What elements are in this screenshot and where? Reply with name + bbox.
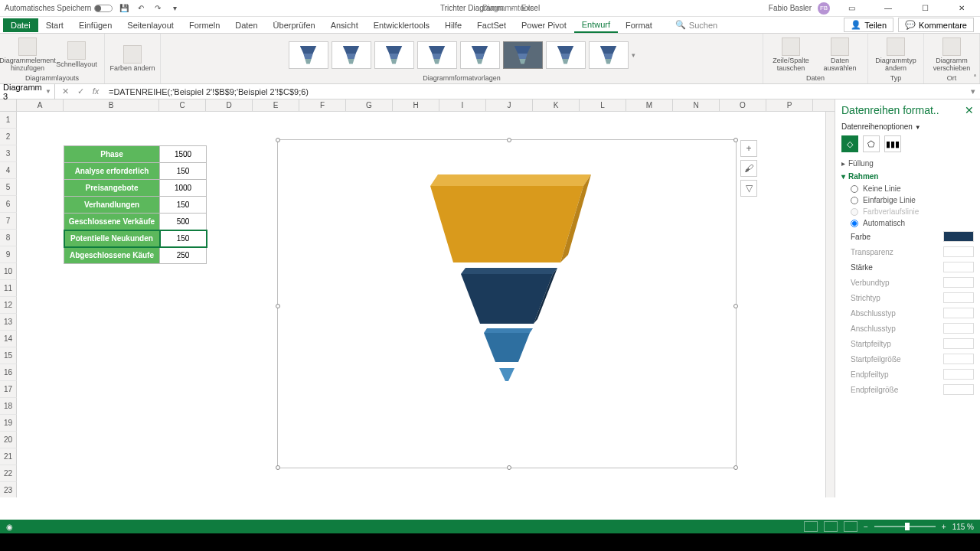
save-icon[interactable]: 💾 bbox=[119, 3, 129, 14]
tab-factset[interactable]: FactSet bbox=[469, 18, 514, 32]
row-10[interactable]: 10 bbox=[0, 263, 17, 280]
comments-button[interactable]: 💬Kommentare bbox=[898, 18, 974, 32]
chevron-down-icon[interactable]: ▼ bbox=[45, 88, 51, 95]
row-width[interactable]: Stärke bbox=[841, 259, 974, 275]
row-9[interactable]: 9 bbox=[0, 246, 17, 263]
color-picker[interactable] bbox=[943, 231, 974, 242]
avatar[interactable]: FB bbox=[818, 2, 830, 15]
ribbon-display-icon[interactable]: ▭ bbox=[836, 0, 867, 17]
scrollbar-v[interactable] bbox=[825, 112, 835, 497]
chart-style-3[interactable] bbox=[374, 41, 414, 69]
row-23[interactable]: 23 bbox=[0, 482, 17, 497]
row-dash[interactable]: Strichtyp bbox=[841, 290, 974, 305]
col-M[interactable]: M bbox=[626, 99, 673, 111]
row-21[interactable]: 21 bbox=[0, 448, 17, 465]
col-B[interactable]: B bbox=[64, 99, 159, 111]
row-4[interactable]: 4 bbox=[0, 162, 17, 179]
col-L[interactable]: L bbox=[580, 99, 626, 111]
quick-layout-button[interactable]: Schnelllayout bbox=[54, 41, 100, 69]
tab-start[interactable]: Start bbox=[38, 18, 71, 32]
record-macro-icon[interactable]: ◉ bbox=[6, 523, 13, 531]
pane-subtitle[interactable]: Datenreihenoptionen bbox=[841, 122, 913, 131]
row-color[interactable]: Farbe bbox=[841, 229, 974, 244]
tab-pagelayout[interactable]: Seitenlayout bbox=[119, 18, 181, 32]
opt-no-line[interactable]: Keine Linie bbox=[841, 183, 974, 194]
tab-view[interactable]: Ansicht bbox=[323, 18, 366, 32]
row-17[interactable]: 17 bbox=[0, 381, 17, 398]
select-all-corner[interactable] bbox=[0, 99, 17, 111]
view-pagelayout-icon[interactable] bbox=[824, 521, 838, 532]
row-join[interactable]: Anschlusstyp bbox=[841, 321, 974, 336]
col-I[interactable]: I bbox=[439, 99, 486, 111]
row-22[interactable]: 22 bbox=[0, 465, 17, 482]
col-N[interactable]: N bbox=[673, 99, 720, 111]
row-19[interactable]: 19 bbox=[0, 415, 17, 432]
row-compound[interactable]: Verbundtyp bbox=[841, 275, 974, 290]
chart-styles-button[interactable]: 🖌 bbox=[740, 160, 757, 177]
undo-icon[interactable]: ↶ bbox=[136, 3, 146, 14]
view-normal-icon[interactable] bbox=[804, 521, 818, 532]
row-7[interactable]: 7 bbox=[0, 213, 17, 230]
border-section-header[interactable]: ▾ Rahmen bbox=[841, 170, 974, 183]
col-G[interactable]: G bbox=[346, 99, 393, 111]
chart-object[interactable]: + 🖌 ▽ bbox=[277, 139, 737, 468]
switch-row-col-button[interactable]: Zeile/Spalte tauschen bbox=[768, 37, 814, 73]
redo-icon[interactable]: ↷ bbox=[152, 3, 163, 14]
styles-more-icon[interactable]: ▾ bbox=[632, 51, 635, 59]
change-chart-type-button[interactable]: Diagrammtyp ändern bbox=[873, 37, 919, 73]
enter-formula-icon[interactable]: ✓ bbox=[75, 86, 86, 96]
row-3[interactable]: 3 bbox=[0, 145, 17, 162]
select-data-button[interactable]: Daten auswählen bbox=[817, 37, 863, 73]
col-P[interactable]: P bbox=[766, 99, 813, 111]
funnel-chart[interactable] bbox=[407, 163, 606, 393]
row-18[interactable]: 18 bbox=[0, 398, 17, 415]
chart-style-5[interactable] bbox=[460, 41, 500, 69]
zoom-slider[interactable] bbox=[874, 526, 936, 527]
tab-powerpivot[interactable]: Power Pivot bbox=[514, 18, 574, 32]
close-icon[interactable]: ✕ bbox=[946, 0, 977, 17]
row-15[interactable]: 15 bbox=[0, 347, 17, 364]
col-C[interactable]: C bbox=[159, 99, 206, 111]
row-14[interactable]: 14 bbox=[0, 331, 17, 347]
chevron-down-icon[interactable]: ▼ bbox=[915, 124, 921, 131]
chart-filter-button[interactable]: ▽ bbox=[740, 180, 757, 197]
col-K[interactable]: K bbox=[533, 99, 580, 111]
width-input[interactable] bbox=[943, 262, 974, 272]
row-20[interactable]: 20 bbox=[0, 432, 17, 448]
col-A[interactable]: A bbox=[17, 99, 64, 111]
col-H[interactable]: H bbox=[393, 99, 439, 111]
series-options-tab-icon[interactable]: ▮▮▮ bbox=[884, 135, 901, 152]
opt-solid-line[interactable]: Einfarbige Linie bbox=[841, 194, 974, 206]
collapse-ribbon-icon[interactable]: ˄ bbox=[973, 73, 977, 82]
effects-tab-icon[interactable]: ⬠ bbox=[863, 135, 880, 152]
row-13[interactable]: 13 bbox=[0, 314, 17, 331]
fill-line-tab-icon[interactable]: ◇ bbox=[841, 135, 858, 152]
tab-formulas[interactable]: Formeln bbox=[181, 18, 227, 32]
maximize-icon[interactable]: ☐ bbox=[910, 0, 940, 17]
tab-insert[interactable]: Einfügen bbox=[71, 18, 119, 32]
cancel-formula-icon[interactable]: ✕ bbox=[60, 86, 70, 96]
col-D[interactable]: D bbox=[206, 99, 253, 111]
chart-style-8[interactable] bbox=[589, 41, 629, 69]
zoom-level[interactable]: 115 % bbox=[952, 523, 974, 531]
row-8[interactable]: 8 bbox=[0, 230, 17, 246]
add-chart-element-button[interactable]: Diagrammelement hinzufügen bbox=[5, 37, 51, 73]
move-chart-button[interactable]: Diagramm verschieben bbox=[929, 37, 975, 73]
chart-elements-button[interactable]: + bbox=[740, 140, 757, 157]
row-1[interactable]: 1 bbox=[0, 112, 17, 129]
minimize-icon[interactable]: — bbox=[873, 0, 903, 17]
row-16[interactable]: 16 bbox=[0, 364, 17, 381]
expand-formula-icon[interactable]: ▾ bbox=[966, 86, 980, 96]
autosave-toggle[interactable]: Automatisches Speichern bbox=[5, 4, 113, 12]
tab-file[interactable]: Datei bbox=[3, 18, 38, 32]
view-pagebreak-icon[interactable] bbox=[844, 521, 858, 532]
tab-design[interactable]: Entwurf bbox=[574, 18, 618, 33]
chart-style-4[interactable] bbox=[417, 41, 457, 69]
share-button[interactable]: 👤Teilen bbox=[844, 18, 893, 32]
row-12[interactable]: 12 bbox=[0, 297, 17, 314]
tab-devtools[interactable]: Entwicklertools bbox=[366, 18, 437, 32]
change-colors-button[interactable]: Farben ändern bbox=[109, 45, 155, 73]
pane-close-icon[interactable]: ✕ bbox=[965, 104, 974, 116]
col-E[interactable]: E bbox=[253, 99, 299, 111]
opt-automatic[interactable]: Automatisch bbox=[841, 217, 974, 229]
